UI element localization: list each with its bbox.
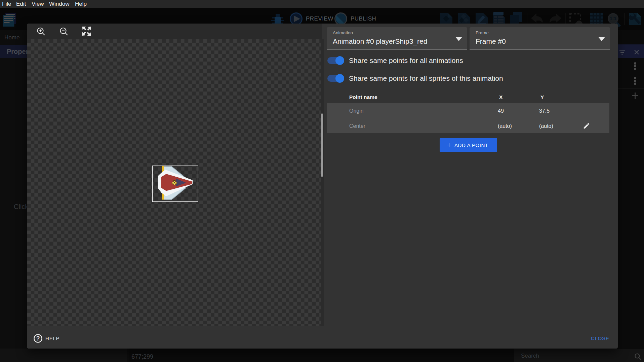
svg-text:1:1: 1:1 (610, 16, 616, 21)
svg-text:?: ? (36, 335, 40, 342)
